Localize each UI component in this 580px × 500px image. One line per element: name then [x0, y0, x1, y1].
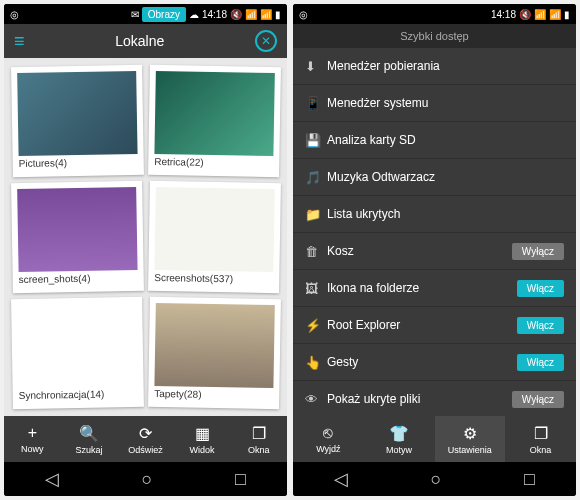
toggle-button[interactable]: Wyłącz	[512, 243, 564, 260]
item-icon: 🖼	[305, 281, 327, 296]
folder-label: Retrica(22)	[154, 154, 273, 171]
wifi-icon: 📶	[245, 9, 257, 20]
folder-thumbnail	[154, 187, 274, 272]
back-button[interactable]: ◁	[334, 468, 348, 490]
wyjdź-icon: ⎋	[323, 424, 333, 442]
item-label: Muzyka Odtwarzacz	[327, 170, 564, 184]
toolbar-motyw[interactable]: 👕Motyw	[364, 416, 435, 462]
panel-item[interactable]: 🖼Ikona na folderzeWłącz	[293, 270, 576, 307]
folder-item[interactable]: Screenshots(537)	[148, 181, 280, 293]
quick-access-panel: ⬇Menedżer pobierania📱Menedżer systemu💾An…	[293, 48, 576, 416]
quick-access-header: Szybki dostęp	[293, 24, 576, 48]
item-label: Ikona na folderze	[327, 281, 517, 295]
images-tab[interactable]: Obrazy	[142, 7, 186, 22]
motyw-icon: 👕	[389, 424, 409, 443]
home-button[interactable]: ○	[431, 469, 442, 490]
toolbar-ustawienia[interactable]: ⚙Ustawienia	[435, 416, 506, 462]
app-header: ≡ Lokalne ✕	[4, 24, 287, 58]
status-time: 14:18	[202, 9, 227, 20]
folder-label: Screenshots(537)	[154, 270, 273, 287]
folder-thumbnail	[154, 71, 274, 156]
recent-button[interactable]: □	[524, 469, 535, 490]
phone-left: ◎ ✉ Obrazy ☁ 14:18 🔇 📶 📶 ▮ ≡ Lokalne ✕ P…	[4, 4, 287, 496]
toolbar-label: Okna	[248, 445, 270, 455]
toolbar-wyjdź[interactable]: ⎋Wyjdź	[293, 416, 364, 462]
mail-icon: ✉	[131, 9, 139, 20]
folder-grid: Pictures(4)Retrica(22)screen_shots(4)Scr…	[4, 58, 287, 416]
status-bar: ◎ ✉ Obrazy ☁ 14:18 🔇 📶 📶 ▮	[4, 4, 287, 24]
item-icon: 📱	[305, 96, 327, 111]
folder-item[interactable]: Tapety(28)	[148, 297, 280, 409]
status-bar: ◎ 14:18 🔇 📶 📶 ▮	[293, 4, 576, 24]
folder-thumbnail	[154, 303, 274, 388]
item-icon: ⬇	[305, 59, 327, 74]
toolbar-label: Nowy	[21, 444, 44, 454]
recent-button[interactable]: □	[235, 469, 246, 490]
bottom-toolbar: +Nowy🔍Szukaj⟳Odśwież▦Widok❐Okna	[4, 416, 287, 462]
toggle-button[interactable]: Włącz	[517, 280, 564, 297]
panel-item[interactable]: 🗑KoszWyłącz	[293, 233, 576, 270]
folder-item[interactable]: Retrica(22)	[148, 65, 280, 177]
folder-item[interactable]: Pictures(4)	[11, 65, 143, 177]
toolbar-label: Okna	[530, 445, 552, 455]
toolbar-widok[interactable]: ▦Widok	[174, 416, 231, 462]
toggle-button[interactable]: Włącz	[517, 317, 564, 334]
item-label: Gesty	[327, 355, 517, 369]
item-icon: 🎵	[305, 170, 327, 185]
toolbar-label: Widok	[190, 445, 215, 455]
panel-item[interactable]: ⬇Menedżer pobierania	[293, 48, 576, 85]
panel-item[interactable]: 💾Analiza karty SD	[293, 122, 576, 159]
mute-icon: 🔇	[230, 9, 242, 20]
folder-label: Pictures(4)	[19, 154, 138, 171]
item-label: Menedżer pobierania	[327, 59, 564, 73]
item-label: Pokaż ukryte pliki	[327, 392, 512, 406]
toggle-button[interactable]: Włącz	[517, 354, 564, 371]
okna-icon: ❐	[252, 424, 266, 443]
folder-thumbnail	[17, 303, 137, 388]
folder-item[interactable]: screen_shots(4)	[11, 181, 143, 293]
nowy-icon: +	[28, 424, 37, 442]
item-label: Kosz	[327, 244, 512, 258]
folder-label: Synchronizacja(14)	[19, 386, 138, 403]
item-icon: 📁	[305, 207, 327, 222]
toolbar-label: Wyjdź	[316, 444, 340, 454]
panel-item[interactable]: 📁Lista ukrytych	[293, 196, 576, 233]
toolbar-okna[interactable]: ❐Okna	[505, 416, 576, 462]
toggle-button[interactable]: Wyłącz	[512, 391, 564, 408]
back-button[interactable]: ◁	[45, 468, 59, 490]
panel-item[interactable]: 👁Pokaż ukryte plikiWyłącz	[293, 381, 576, 416]
mute-icon: 🔇	[519, 9, 531, 20]
panel-item[interactable]: 👆GestyWłącz	[293, 344, 576, 381]
item-icon: 👁	[305, 392, 327, 407]
signal-icon: 📶	[549, 9, 561, 20]
toolbar-okna[interactable]: ❐Okna	[230, 416, 287, 462]
signal-icon: 📶	[260, 9, 272, 20]
item-icon: 👆	[305, 355, 327, 370]
cyanogen-icon: ◎	[299, 9, 308, 20]
panel-item[interactable]: 📱Menedżer systemu	[293, 85, 576, 122]
odśwież-icon: ⟳	[139, 424, 152, 443]
page-title: Lokalne	[25, 33, 255, 49]
menu-icon[interactable]: ≡	[14, 31, 25, 52]
widok-icon: ▦	[195, 424, 210, 443]
cloud-icon: ☁	[189, 9, 199, 20]
battery-icon: ▮	[275, 9, 281, 20]
cyanogen-icon: ◎	[10, 9, 19, 20]
toolbar-nowy[interactable]: +Nowy	[4, 416, 61, 462]
folder-item[interactable]: Synchronizacja(14)	[11, 297, 143, 409]
home-button[interactable]: ○	[142, 469, 153, 490]
close-icon[interactable]: ✕	[255, 30, 277, 52]
bottom-toolbar: ⎋Wyjdź👕Motyw⚙Ustawienia❐Okna	[293, 416, 576, 462]
panel-item[interactable]: ⚡Root ExplorerWłącz	[293, 307, 576, 344]
szukaj-icon: 🔍	[79, 424, 99, 443]
panel-item[interactable]: 🎵Muzyka Odtwarzacz	[293, 159, 576, 196]
android-nav: ◁ ○ □	[4, 462, 287, 496]
toolbar-odśwież[interactable]: ⟳Odśwież	[117, 416, 174, 462]
toolbar-label: Odśwież	[128, 445, 163, 455]
toolbar-szukaj[interactable]: 🔍Szukaj	[61, 416, 118, 462]
okna-icon: ❐	[534, 424, 548, 443]
phone-right: ◎ 14:18 🔇 📶 📶 ▮ Szybki dostęp ⬇Menedżer …	[293, 4, 576, 496]
item-icon: 💾	[305, 133, 327, 148]
item-label: Menedżer systemu	[327, 96, 564, 110]
status-time: 14:18	[491, 9, 516, 20]
